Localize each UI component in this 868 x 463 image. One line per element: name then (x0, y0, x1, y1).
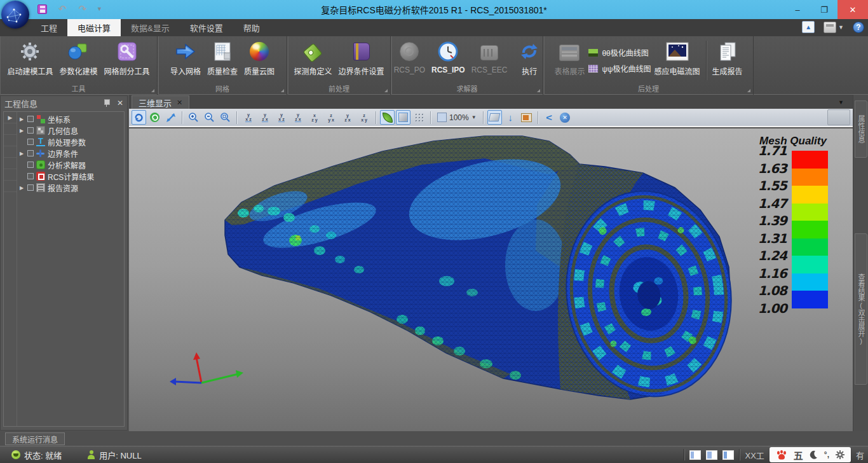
boundary-condition-button[interactable]: 边界条件设置 (336, 38, 388, 84)
tab-property-info[interactable]: 属性信息 (855, 100, 867, 158)
import-mesh-button[interactable]: 导入网格 (167, 38, 204, 84)
collapse-ribbon-icon[interactable]: ▲ (802, 21, 815, 33)
gutter-arrow-icon[interactable]: ▶ (4, 112, 17, 123)
dialog-launcher-icon[interactable] (281, 89, 284, 92)
points-display-button[interactable] (412, 110, 426, 125)
tree-item-report-resources[interactable]: ▶ 报告资源 (17, 182, 124, 193)
quality-check-button[interactable]: 质量检查 (204, 38, 241, 84)
window-style-button[interactable]: ▼ (824, 22, 844, 33)
tree-item-geometry-info[interactable]: ▶ 几何信息 (17, 125, 124, 136)
tab-3d-display[interactable]: 三维显示 ✕ (132, 95, 189, 109)
dialog-launcher-icon[interactable] (747, 89, 750, 92)
copy-view-button[interactable] (519, 110, 534, 125)
gear-icon[interactable] (836, 450, 844, 459)
launch-modeling-tool-button[interactable]: 启动建模工具 (4, 38, 56, 84)
zoom-level-widget[interactable]: 100% ▼ (435, 113, 479, 122)
pan-zoom-arrow-button[interactable] (163, 110, 178, 125)
tree-item-analysis-solver[interactable]: 分析求解器 (17, 159, 124, 170)
smooth-shading-button[interactable] (380, 110, 395, 125)
close-view-button[interactable]: ✕ (558, 110, 573, 125)
view-axis-button-8[interactable]: zx y (356, 111, 372, 125)
toolbar-overflow[interactable] (827, 109, 850, 125)
view-axis-button-2[interactable]: yz x (257, 111, 273, 125)
expander-icon[interactable]: ▶ (18, 151, 25, 156)
expander-icon[interactable]: ▶ (18, 185, 25, 191)
checkbox[interactable] (27, 139, 34, 145)
ime-toolbar[interactable]: 五 °, (770, 447, 851, 462)
expander-icon[interactable]: ▶ (18, 128, 25, 134)
dialog-launcher-icon[interactable] (537, 89, 540, 92)
flat-shading-button[interactable] (396, 110, 410, 125)
view-axis-button-3[interactable]: yx z (274, 111, 289, 125)
gear-icon (19, 39, 41, 64)
dialog-launcher-icon[interactable] (384, 89, 388, 92)
quality-cloud-map-button[interactable]: 质量云图 (241, 38, 278, 84)
close-button[interactable]: ✕ (837, 0, 868, 19)
expander-icon[interactable]: ▶ (18, 116, 25, 122)
rcs-eec-button[interactable]: RCS_EEC (468, 38, 511, 84)
theta-polar-curve-button[interactable]: θθ极化曲线图 (588, 47, 651, 58)
share-flow-button[interactable]: < (542, 110, 557, 125)
checkbox[interactable] (27, 162, 34, 168)
tab-system-messages[interactable]: 系统运行消息 (5, 432, 65, 445)
rotate-view-button[interactable] (132, 110, 146, 125)
baidu-paw-icon[interactable] (776, 450, 787, 460)
arrow-down-button[interactable]: ↓ (503, 110, 518, 125)
tab-close-icon[interactable]: ✕ (177, 99, 182, 107)
zoom-fit-button[interactable] (218, 110, 233, 125)
tree-item-boundary-condition[interactable]: ▶ 边界条件 (17, 148, 124, 159)
geometry-icon (36, 126, 45, 135)
rcs-ipo-button[interactable]: RCS_IPO (428, 38, 468, 84)
dialog-launcher-icon[interactable] (151, 89, 154, 92)
layout-left-panel-icon[interactable] (689, 450, 701, 460)
tab-list-dropdown-icon[interactable]: ▼ (838, 99, 844, 106)
parametric-modeling-button[interactable]: 参数化建模 (56, 38, 100, 84)
app-logo-icon[interactable] (1, 1, 29, 29)
table-display-button[interactable]: 表格展示 (551, 38, 588, 84)
zoom-out-button[interactable] (202, 110, 217, 125)
tree-item-coordinate-system[interactable]: ▶ 坐标系 (17, 113, 124, 125)
generate-report-button[interactable]: 生成报告 (709, 38, 746, 84)
view-axis-button-4[interactable]: yz x (290, 111, 306, 125)
tree-item-preprocess-params[interactable]: T 前处理参数 (17, 136, 124, 148)
ime-punctuation-mode[interactable]: °, (824, 450, 829, 459)
tab-settings[interactable]: 软件设置 (180, 19, 233, 36)
ime-wubi-mode[interactable]: 五 (794, 448, 803, 462)
view-axis-button-7[interactable]: yz x (340, 111, 355, 125)
grid-document-icon (213, 39, 232, 64)
checkbox[interactable] (27, 173, 34, 179)
tab-em-computation[interactable]: 电磁计算 (67, 19, 121, 36)
moon-icon[interactable] (810, 450, 818, 459)
layout-split-icon[interactable] (706, 450, 717, 460)
tab-view-results[interactable]: 查看结果(双击展开) (855, 233, 867, 385)
help-icon[interactable]: ? (853, 22, 864, 33)
legend-color-block (792, 221, 828, 238)
mesh-partition-tool-button[interactable]: 网格剖分工具 (101, 38, 153, 84)
restore-button[interactable]: ❐ (811, 0, 837, 19)
psi-polar-curve-button[interactable]: ψψ极化曲线图 (588, 63, 651, 74)
polygon-select-button[interactable] (487, 110, 502, 125)
panel-close-icon[interactable]: ✕ (117, 99, 123, 107)
checkbox[interactable] (27, 184, 34, 191)
view-axis-button-5[interactable]: xz y (307, 111, 322, 125)
tab-help[interactable]: 帮助 (233, 19, 270, 36)
zoom-in-button[interactable] (186, 110, 201, 125)
view-axis-button-1[interactable]: yx z (241, 111, 256, 125)
checkbox[interactable] (27, 116, 34, 122)
minimize-button[interactable]: – (784, 0, 811, 19)
induced-current-map-button[interactable]: 感应电磁流图 (651, 38, 703, 84)
pin-icon[interactable] (103, 99, 111, 107)
3d-canvas[interactable]: Mesh Quality 1.71 1.63 1.55 (129, 128, 853, 431)
tree-item-rcs-results[interactable]: RCS计算结果 (17, 170, 124, 182)
tab-project[interactable]: 工程 (31, 19, 67, 36)
refresh-view-button[interactable] (147, 110, 162, 125)
checkbox[interactable] (27, 127, 34, 134)
checkbox[interactable] (27, 150, 34, 156)
execute-button[interactable]: 执行 (515, 38, 543, 84)
rcs-po-button[interactable]: RCS_PO (391, 38, 428, 84)
layout-bottom-icon[interactable] (722, 450, 734, 460)
probe-angle-button[interactable]: 探测角定义 (290, 38, 335, 84)
tab-data-display[interactable]: 数据&显示 (121, 19, 180, 36)
divider (430, 111, 431, 124)
view-axis-button-6[interactable]: zy x (323, 111, 339, 125)
